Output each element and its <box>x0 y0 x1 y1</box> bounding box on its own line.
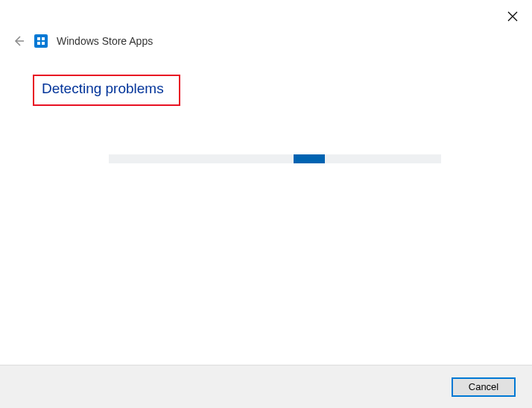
dialog-footer: Cancel <box>0 365 532 408</box>
window-header: Windows Store Apps <box>12 34 153 48</box>
status-heading-highlight: Detecting problems <box>33 75 180 106</box>
progress-bar-fill <box>294 154 325 163</box>
arrow-left-icon <box>13 35 25 47</box>
status-heading: Detecting problems <box>42 81 164 97</box>
back-button[interactable] <box>12 34 25 48</box>
windows-store-icon <box>34 34 48 48</box>
progress-bar <box>109 154 441 163</box>
close-button[interactable] <box>507 10 519 22</box>
close-icon <box>507 11 518 22</box>
window-title: Windows Store Apps <box>57 35 153 47</box>
cancel-button[interactable]: Cancel <box>452 377 516 397</box>
